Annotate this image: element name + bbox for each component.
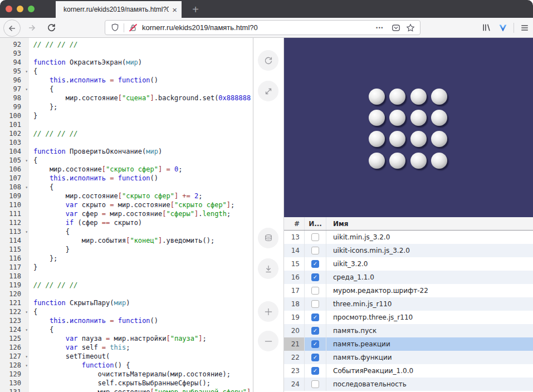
zoom-window-button[interactable] [28, 6, 35, 12]
row-number: 19 [284, 311, 305, 324]
code-text: function ПроверитьОкончание(мир) [29, 147, 253, 156]
row-number: 23 [284, 364, 305, 378]
table-row[interactable]: 24последовательность [284, 378, 533, 391]
row-name[interactable]: последовательность [326, 378, 533, 391]
checkbox-checked[interactable]: ✓ [311, 367, 319, 375]
row-name[interactable]: three.min.js_r110 [326, 297, 533, 311]
tab-close-icon[interactable]: × [172, 6, 177, 14]
row-name[interactable]: просмотр.three.js_r110 [326, 311, 533, 324]
zoom-in-button[interactable] [258, 301, 278, 322]
checkbox-checked[interactable]: ✓ [311, 260, 319, 268]
insecure-lock-icon[interactable] [129, 23, 138, 32]
fold-marker-icon[interactable]: ▾ [25, 85, 28, 94]
table-row[interactable]: 18three.min.js_r110 [284, 297, 533, 311]
bookmark-star-icon[interactable] [406, 23, 415, 32]
checkbox-checked[interactable]: ✓ [311, 273, 319, 281]
close-window-button[interactable] [6, 6, 12, 12]
row-checkbox-cell: ✓ [305, 324, 326, 337]
code-text [29, 290, 253, 298]
code-line: 130 self.скрытьВыбранныеСферы(); [0, 379, 253, 388]
checkbox-unchecked[interactable] [311, 233, 319, 241]
url-bar[interactable]: kornerr.ru/ekids2019/память.html?0 ••• [105, 20, 420, 35]
code-text: } [29, 245, 253, 254]
checkbox-unchecked[interactable] [311, 380, 319, 388]
code-line: 112 if (сфер == скрыто) [0, 218, 253, 227]
fold-marker-icon[interactable]: ▾ [25, 156, 28, 165]
fold-marker-icon[interactable]: ▾ [25, 326, 28, 335]
table-row[interactable]: 20✓память.пуск [284, 324, 533, 337]
extension-button[interactable] [495, 19, 511, 36]
line-number: 119 [0, 281, 29, 290]
row-name[interactable]: uikit-icons.min.js_3.2.0 [326, 244, 533, 257]
code-line: 92// // // // [0, 40, 253, 49]
fold-marker-icon[interactable]: ▾ [25, 352, 28, 361]
sphere [369, 110, 385, 126]
refresh-button[interactable] [258, 50, 278, 71]
table-row[interactable]: 14uikit-icons.min.js_3.2.0 [284, 244, 533, 257]
checkbox-unchecked[interactable] [311, 287, 319, 295]
table-row[interactable]: 15✓uikit_3.2.0 [284, 257, 533, 271]
fullscreen-button[interactable] [258, 81, 278, 101]
database-button[interactable] [258, 228, 278, 248]
fold-marker-icon[interactable]: ▾ [25, 183, 28, 192]
fold-marker-icon[interactable]: ▾ [25, 308, 28, 317]
library-button[interactable] [478, 19, 495, 36]
row-name[interactable]: память.пуск [326, 324, 533, 337]
titlebar: kornerr.ru/ekids2019/память.html?0 × + [0, 0, 533, 18]
minimize-window-button[interactable] [17, 6, 23, 12]
checkbox-checked[interactable]: ✓ [311, 340, 319, 348]
table-row[interactable]: 21✓память.реакции [284, 337, 533, 351]
forward-button[interactable] [23, 19, 40, 36]
reload-button[interactable] [43, 19, 60, 36]
header-number[interactable]: # [284, 217, 305, 230]
row-name[interactable]: память.функции [326, 351, 533, 364]
table-row[interactable]: 13uikit.min.js_3.2.0 [284, 231, 533, 244]
3d-viewport[interactable] [284, 38, 533, 217]
row-name[interactable]: uikit_3.2.0 [326, 257, 533, 271]
row-name[interactable]: СобытияРеакции_1.0.0 [326, 364, 533, 378]
row-name[interactable]: память.реакции [326, 337, 533, 351]
code-text: self.скрытьВыбранныеСферы(); [29, 379, 253, 388]
header-name[interactable]: Имя [326, 217, 533, 230]
row-number: 21 [284, 337, 305, 351]
line-number: 109 [0, 192, 29, 200]
table-row[interactable]: 16✓среда_1.1.0 [284, 271, 533, 284]
sphere [410, 89, 427, 105]
zoom-out-button[interactable] [258, 331, 278, 351]
pocket-icon[interactable] [392, 23, 400, 32]
fold-marker-icon[interactable]: ▾ [25, 67, 28, 76]
download-button[interactable] [258, 258, 278, 279]
url-text[interactable]: kornerr.ru/ekids2019/память.html?0 [142, 23, 374, 32]
line-number: 117 [0, 263, 29, 272]
table-row[interactable]: 23✓СобытияРеакции_1.0.0 [284, 364, 533, 378]
row-name[interactable]: среда_1.1.0 [326, 271, 533, 284]
new-tab-button[interactable]: + [187, 1, 204, 18]
fold-marker-icon[interactable]: ▾ [25, 228, 28, 237]
table-body: 13uikit.min.js_3.2.014uikit-icons.min.js… [284, 231, 533, 391]
checkbox-unchecked[interactable] [311, 247, 319, 254]
table-row[interactable]: 19✓просмотр.three.js_r110 [284, 311, 533, 324]
checkbox-checked[interactable]: ✓ [311, 354, 319, 361]
code-line: 101 [0, 120, 253, 129]
page-actions-icon[interactable]: ••• [376, 25, 384, 31]
menu-button[interactable] [516, 19, 533, 36]
row-name[interactable]: муром.редактор.шрифт-22 [326, 284, 533, 297]
back-button[interactable] [3, 19, 21, 37]
header-included[interactable]: И... [305, 217, 326, 230]
code-line: 123 this.исполнить = function() [0, 316, 253, 325]
table-row[interactable]: 22✓память.функции [284, 351, 533, 364]
checkbox-checked[interactable]: ✓ [311, 327, 319, 335]
tracking-protection-shield-icon[interactable] [110, 23, 119, 32]
checkbox-checked[interactable]: ✓ [311, 313, 319, 321]
row-name[interactable]: uikit.min.js_3.2.0 [326, 231, 533, 244]
browser-tab[interactable]: kornerr.ru/ekids2019/память.html?0 × [56, 1, 182, 18]
code-line: 115 } [0, 245, 253, 254]
checkbox-unchecked[interactable] [311, 300, 319, 308]
code-line: 126 var self = this; [0, 343, 253, 352]
fold-marker-icon[interactable]: ▾ [25, 361, 28, 370]
table-row[interactable]: 17муром.редактор.шрифт-22 [284, 284, 533, 297]
page-content: 92// // // //9394function ОкраситьЭкран(… [0, 38, 533, 392]
line-number: 130 [0, 379, 29, 388]
code-editor[interactable]: 92// // // //9394function ОкраситьЭкран(… [0, 38, 253, 392]
sphere [410, 153, 427, 169]
